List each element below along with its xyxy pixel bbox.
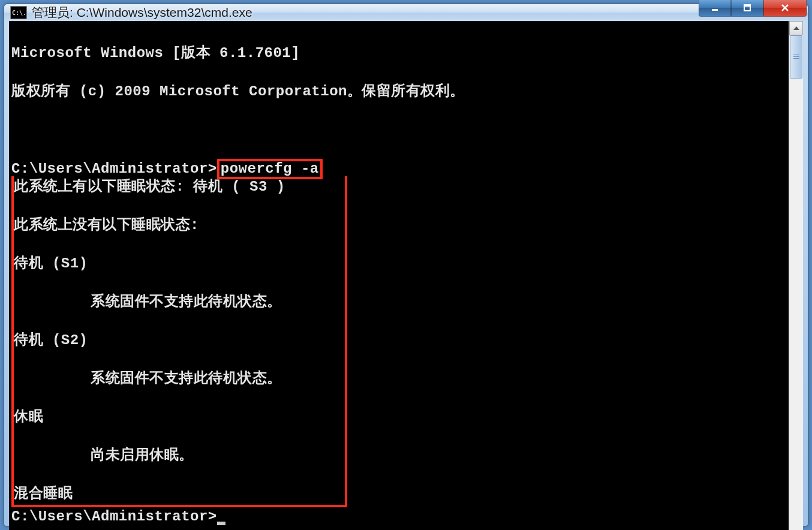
- scroll-up-button[interactable]: [789, 21, 803, 35]
- minimize-icon: [711, 4, 719, 12]
- s1-reason: 系统固件不支持此待机状态。: [14, 293, 341, 312]
- hybrid-label: 混合睡眠: [14, 484, 341, 504]
- console-output[interactable]: Microsoft Windows [版本 6.1.7601] 版权所有 (c)…: [9, 21, 789, 530]
- close-icon: [780, 3, 790, 13]
- titlebar[interactable]: C:\. 管理员: C:\Windows\system32\cmd.exe: [4, 4, 808, 21]
- output-highlight-box: 此系统上有以下睡眠状态: 待机 ( S3 ) 此系统上没有以下睡眠状态: 待机 …: [11, 176, 347, 507]
- prompt-2: C:\Users\Administrator>: [11, 508, 217, 525]
- cmd-window: C:\. 管理员: C:\Windows\system32\cmd.exe Mi…: [4, 4, 808, 526]
- prompt-line-2: C:\Users\Administrator>: [11, 507, 789, 526]
- hibernate-label: 休眠: [14, 408, 341, 427]
- maximize-button[interactable]: [731, 0, 763, 17]
- s2-label: 待机 (S2): [14, 331, 341, 350]
- window-controls: [699, 0, 807, 17]
- close-button[interactable]: [763, 0, 807, 17]
- minimize-button[interactable]: [699, 0, 731, 17]
- svg-rect-0: [712, 9, 718, 11]
- chevron-up-icon: [793, 26, 799, 30]
- client-area: Microsoft Windows [版本 6.1.7601] 版权所有 (c)…: [9, 21, 803, 530]
- version-line: Microsoft Windows [版本 6.1.7601]: [11, 44, 789, 63]
- window-title: 管理员: C:\Windows\system32\cmd.exe: [32, 4, 699, 21]
- svg-rect-2: [744, 5, 750, 7]
- scrollbar-thumb[interactable]: [790, 35, 802, 79]
- prompt-1: C:\Users\Administrator>: [11, 161, 217, 177]
- blank-line: [11, 121, 789, 140]
- unavailable-header: 此系统上没有以下睡眠状态:: [14, 216, 341, 235]
- cursor: [217, 522, 225, 525]
- maximize-icon: [743, 4, 751, 12]
- s2-reason: 系统固件不支持此待机状态。: [14, 369, 341, 389]
- hibernate-reason: 尚未启用休眠。: [14, 446, 341, 465]
- available-states: 此系统上有以下睡眠状态: 待机 ( S3 ): [14, 177, 341, 197]
- app-icon-text: C:\.: [12, 10, 26, 16]
- scrollbar-track[interactable]: [789, 35, 803, 530]
- app-icon: C:\.: [10, 6, 27, 19]
- copyright-line: 版权所有 (c) 2009 Microsoft Corporation。保留所有…: [11, 82, 789, 101]
- vertical-scrollbar[interactable]: [789, 21, 803, 530]
- s1-label: 待机 (S1): [14, 254, 341, 273]
